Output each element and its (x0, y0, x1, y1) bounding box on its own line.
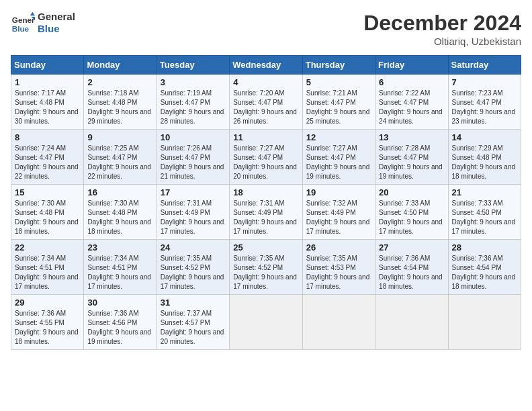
day-info: Sunrise: 7:36 AM Sunset: 4:54 PM Dayligh… (452, 254, 517, 291)
day-number: 21 (452, 187, 517, 197)
day-number: 29 (15, 298, 80, 308)
day-number: 16 (87, 187, 152, 197)
day-info: Sunrise: 7:36 AM Sunset: 4:55 PM Dayligh… (15, 309, 80, 347)
day-info: Sunrise: 7:21 AM Sunset: 4:47 PM Dayligh… (306, 89, 371, 126)
day-cell (302, 295, 375, 350)
day-cell: 2 Sunrise: 7:18 AM Sunset: 4:48 PM Dayli… (84, 75, 157, 130)
day-cell: 17 Sunrise: 7:31 AM Sunset: 4:49 PM Dayl… (157, 185, 229, 240)
day-cell: 23 Sunrise: 7:34 AM Sunset: 4:51 PM Dayl… (84, 240, 157, 295)
day-info: Sunrise: 7:27 AM Sunset: 4:47 PM Dayligh… (233, 144, 298, 181)
day-info: Sunrise: 7:34 AM Sunset: 4:51 PM Dayligh… (15, 254, 80, 291)
header-tuesday: Tuesday (157, 56, 229, 75)
header-monday: Monday (84, 56, 157, 75)
day-cell: 7 Sunrise: 7:23 AM Sunset: 4:47 PM Dayli… (448, 75, 521, 130)
day-info: Sunrise: 7:36 AM Sunset: 4:56 PM Dayligh… (87, 309, 152, 347)
day-number: 24 (161, 242, 226, 253)
header-sunday: Sunday (11, 56, 84, 75)
day-info: Sunrise: 7:29 AM Sunset: 4:48 PM Dayligh… (452, 144, 517, 181)
day-info: Sunrise: 7:22 AM Sunset: 4:47 PM Dayligh… (379, 89, 444, 126)
day-number: 12 (306, 132, 371, 142)
logo-blue: Blue (38, 23, 75, 35)
week-row-5: 29 Sunrise: 7:36 AM Sunset: 4:55 PM Dayl… (11, 295, 521, 350)
day-info: Sunrise: 7:27 AM Sunset: 4:47 PM Dayligh… (306, 144, 371, 181)
location: Oltiariq, Uzbekistan (363, 36, 521, 47)
day-cell: 1 Sunrise: 7:17 AM Sunset: 4:48 PM Dayli… (11, 75, 84, 130)
day-info: Sunrise: 7:31 AM Sunset: 4:49 PM Dayligh… (161, 199, 226, 236)
day-number: 7 (452, 77, 517, 87)
day-cell: 3 Sunrise: 7:19 AM Sunset: 4:47 PM Dayli… (157, 75, 229, 130)
day-cell: 30 Sunrise: 7:36 AM Sunset: 4:56 PM Dayl… (84, 295, 157, 350)
day-info: Sunrise: 7:31 AM Sunset: 4:49 PM Dayligh… (233, 199, 298, 236)
calendar-header: SundayMondayTuesdayWednesdayThursdayFrid… (11, 56, 521, 75)
day-number: 10 (161, 132, 226, 142)
week-row-1: 1 Sunrise: 7:17 AM Sunset: 4:48 PM Dayli… (11, 75, 521, 130)
week-row-3: 15 Sunrise: 7:30 AM Sunset: 4:48 PM Dayl… (11, 185, 521, 240)
day-cell: 6 Sunrise: 7:22 AM Sunset: 4:47 PM Dayli… (375, 75, 448, 130)
day-number: 18 (233, 187, 298, 197)
day-info: Sunrise: 7:32 AM Sunset: 4:49 PM Dayligh… (306, 199, 371, 236)
day-info: Sunrise: 7:17 AM Sunset: 4:48 PM Dayligh… (15, 89, 80, 126)
svg-text:General: General (12, 15, 35, 24)
day-info: Sunrise: 7:25 AM Sunset: 4:47 PM Dayligh… (87, 144, 152, 181)
logo: General Blue General Blue (11, 11, 75, 35)
day-cell (448, 295, 521, 350)
header-saturday: Saturday (448, 56, 521, 75)
day-cell: 27 Sunrise: 7:36 AM Sunset: 4:54 PM Dayl… (375, 240, 448, 295)
day-info: Sunrise: 7:33 AM Sunset: 4:50 PM Dayligh… (452, 199, 517, 236)
day-cell: 25 Sunrise: 7:35 AM Sunset: 4:52 PM Dayl… (230, 240, 302, 295)
day-number: 31 (161, 298, 226, 308)
day-info: Sunrise: 7:26 AM Sunset: 4:47 PM Dayligh… (161, 144, 226, 181)
day-number: 9 (87, 132, 152, 142)
day-cell (375, 295, 448, 350)
title-block: December 2024 Oltiariq, Uzbekistan (363, 11, 521, 47)
day-cell: 31 Sunrise: 7:37 AM Sunset: 4:57 PM Dayl… (157, 295, 229, 350)
day-number: 2 (87, 77, 152, 87)
month-title: December 2024 (363, 11, 521, 36)
header-wednesday: Wednesday (230, 56, 302, 75)
day-number: 14 (452, 132, 517, 142)
day-cell: 5 Sunrise: 7:21 AM Sunset: 4:47 PM Dayli… (302, 75, 375, 130)
day-number: 23 (87, 242, 152, 253)
day-cell: 21 Sunrise: 7:33 AM Sunset: 4:50 PM Dayl… (448, 185, 521, 240)
header-friday: Friday (375, 56, 448, 75)
day-cell (230, 295, 302, 350)
day-cell: 18 Sunrise: 7:31 AM Sunset: 4:49 PM Dayl… (230, 185, 302, 240)
svg-marker-2 (30, 12, 35, 15)
day-number: 11 (233, 132, 298, 142)
day-cell: 15 Sunrise: 7:30 AM Sunset: 4:48 PM Dayl… (11, 185, 84, 240)
day-cell: 26 Sunrise: 7:35 AM Sunset: 4:53 PM Dayl… (302, 240, 375, 295)
day-cell: 8 Sunrise: 7:24 AM Sunset: 4:47 PM Dayli… (11, 130, 84, 185)
day-number: 6 (379, 77, 444, 87)
week-row-2: 8 Sunrise: 7:24 AM Sunset: 4:47 PM Dayli… (11, 130, 521, 185)
day-cell: 12 Sunrise: 7:27 AM Sunset: 4:47 PM Dayl… (302, 130, 375, 185)
day-number: 19 (306, 187, 371, 197)
logo-icon: General Blue (11, 11, 35, 35)
day-number: 22 (15, 242, 80, 253)
page-header: General Blue General Blue December 2024 … (11, 11, 521, 47)
day-cell: 16 Sunrise: 7:30 AM Sunset: 4:48 PM Dayl… (84, 185, 157, 240)
day-number: 17 (161, 187, 226, 197)
svg-text:Blue: Blue (12, 24, 30, 33)
day-info: Sunrise: 7:37 AM Sunset: 4:57 PM Dayligh… (161, 309, 226, 347)
day-cell: 20 Sunrise: 7:33 AM Sunset: 4:50 PM Dayl… (375, 185, 448, 240)
day-cell: 9 Sunrise: 7:25 AM Sunset: 4:47 PM Dayli… (84, 130, 157, 185)
day-number: 5 (306, 77, 371, 87)
day-cell: 29 Sunrise: 7:36 AM Sunset: 4:55 PM Dayl… (11, 295, 84, 350)
day-cell: 10 Sunrise: 7:26 AM Sunset: 4:47 PM Dayl… (157, 130, 229, 185)
day-number: 1 (15, 77, 80, 87)
day-number: 20 (379, 187, 444, 197)
day-number: 26 (306, 242, 371, 253)
day-cell: 24 Sunrise: 7:35 AM Sunset: 4:52 PM Dayl… (157, 240, 229, 295)
day-number: 3 (161, 77, 226, 87)
day-info: Sunrise: 7:35 AM Sunset: 4:53 PM Dayligh… (306, 254, 371, 291)
day-cell: 19 Sunrise: 7:32 AM Sunset: 4:49 PM Dayl… (302, 185, 375, 240)
day-info: Sunrise: 7:30 AM Sunset: 4:48 PM Dayligh… (15, 199, 80, 236)
day-info: Sunrise: 7:19 AM Sunset: 4:47 PM Dayligh… (161, 89, 226, 126)
day-number: 4 (233, 77, 298, 87)
day-info: Sunrise: 7:35 AM Sunset: 4:52 PM Dayligh… (161, 254, 226, 291)
calendar-table: SundayMondayTuesdayWednesdayThursdayFrid… (11, 55, 521, 350)
day-info: Sunrise: 7:24 AM Sunset: 4:47 PM Dayligh… (15, 144, 80, 181)
day-cell: 22 Sunrise: 7:34 AM Sunset: 4:51 PM Dayl… (11, 240, 84, 295)
day-number: 8 (15, 132, 80, 142)
day-info: Sunrise: 7:28 AM Sunset: 4:47 PM Dayligh… (379, 144, 444, 181)
